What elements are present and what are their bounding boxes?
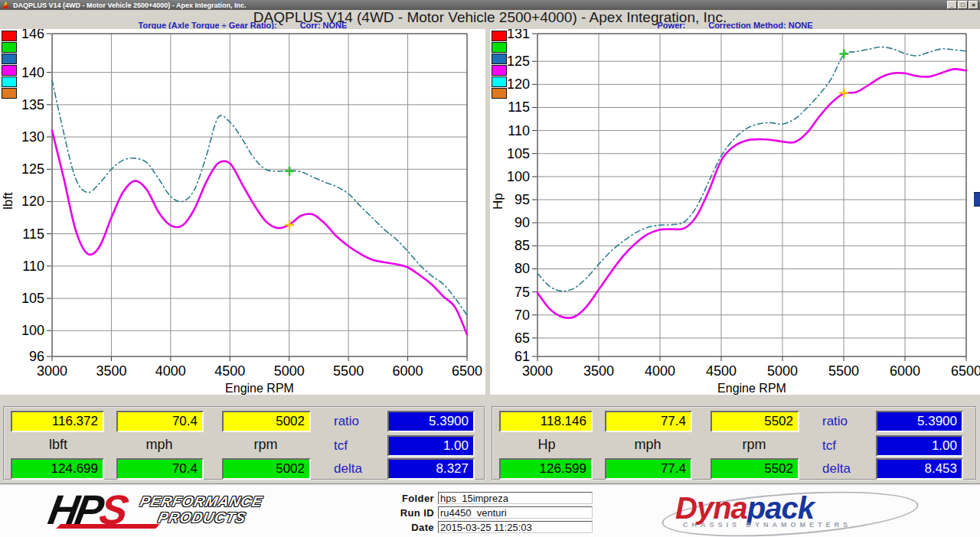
- unit-label-power: Hp: [499, 435, 594, 454]
- legend-swatch-4[interactable]: [2, 76, 17, 87]
- ratio-label: ratio: [334, 411, 384, 431]
- run-id-row: Run ID: [387, 506, 593, 519]
- run-info-form: Folder Run ID Date: [387, 492, 593, 533]
- power-y-axis-label: Hp: [491, 155, 506, 247]
- svg-text:Engine RPM: Engine RPM: [717, 382, 786, 395]
- svg-text:125: 125: [507, 54, 530, 69]
- torque-readout-panel: 116.372 70.4 5002 lbft mph rpm 124.699 7…: [3, 406, 485, 480]
- cursor-rpm-value: 5502: [710, 411, 799, 432]
- run-id-label: Run ID: [387, 507, 434, 519]
- svg-text:3000: 3000: [37, 363, 67, 379]
- legend-swatch-2[interactable]: [2, 54, 17, 64]
- svg-text:146: 146: [21, 29, 44, 41]
- reference-rpm-value: 5002: [222, 458, 311, 480]
- svg-text:115: 115: [508, 99, 530, 115]
- dynapack-logo-caption: CHASSIS DYNAMOMETERS: [675, 521, 913, 529]
- svg-text:105: 105: [507, 146, 530, 161]
- svg-text:4000: 4000: [645, 363, 675, 379]
- svg-text:5500: 5500: [333, 363, 364, 379]
- ratio-label: ratio: [822, 411, 873, 431]
- footer-bar: HPS PERFORMANCE PRODUCTS Folder Run ID D…: [0, 484, 980, 537]
- legend-swatch-4[interactable]: [492, 76, 507, 87]
- svg-text:70: 70: [514, 308, 530, 323]
- svg-text:120: 120: [507, 76, 530, 92]
- svg-text:105: 105: [21, 291, 44, 306]
- svg-text:75: 75: [514, 285, 530, 300]
- close-button[interactable]: ×: [969, 1, 978, 9]
- svg-text:5500: 5500: [828, 363, 859, 379]
- ratio-field[interactable]: 5.3900: [876, 411, 963, 432]
- tcf-field[interactable]: 1.00: [876, 435, 963, 457]
- svg-text:4000: 4000: [155, 363, 186, 379]
- svg-text:6500: 6500: [951, 363, 980, 379]
- tcf-field[interactable]: 1.00: [387, 435, 475, 457]
- svg-text:140: 140: [21, 65, 44, 80]
- legend-swatch-3[interactable]: [2, 65, 17, 76]
- unit-label-speed: mph: [116, 435, 202, 454]
- folder-row: Folder: [387, 492, 593, 504]
- folder-input[interactable]: [438, 492, 593, 504]
- hps-logo-text: HPS: [45, 490, 128, 529]
- svg-text:3500: 3500: [583, 363, 614, 379]
- svg-text:96: 96: [29, 349, 44, 364]
- dynapack-logo-pack: pack: [747, 491, 814, 525]
- reference-speed-value: 77.4: [605, 458, 692, 480]
- svg-text:95: 95: [514, 192, 530, 207]
- svg-text:61: 61: [514, 349, 530, 364]
- legend-swatch-1[interactable]: [492, 42, 507, 53]
- reference-torque-value: 124.699: [11, 458, 104, 480]
- svg-text:90: 90: [514, 215, 530, 230]
- legend-swatch-0[interactable]: [492, 31, 507, 41]
- delta-field[interactable]: 8.327: [387, 458, 475, 480]
- cursor-torque-value: 116.372: [11, 411, 104, 432]
- dynapack-logo: Dynapack CHASSIS DYNAMOMETERS: [675, 493, 913, 529]
- restore-button[interactable]: □: [958, 1, 968, 9]
- svg-text:80: 80: [514, 261, 530, 276]
- minimize-button[interactable]: _: [947, 1, 957, 9]
- reference-rpm-value: 5502: [710, 458, 799, 480]
- dynapack-logo-text: Dynapack: [675, 493, 913, 523]
- svg-text:3000: 3000: [522, 363, 553, 379]
- torque-chart-legend: [2, 31, 17, 99]
- window-title: DAQPLUS V14 (4WD - Motor Vehicle 2500+40…: [13, 2, 247, 9]
- unit-label-speed: mph: [605, 435, 691, 454]
- svg-text:110: 110: [22, 259, 44, 274]
- svg-text:4500: 4500: [214, 363, 245, 379]
- reference-power-value: 126.599: [499, 458, 593, 480]
- run-id-input[interactable]: [438, 506, 593, 519]
- svg-text:65: 65: [514, 330, 530, 346]
- clipped-window-artifact: [974, 192, 980, 207]
- svg-text:6500: 6500: [452, 363, 482, 379]
- svg-text:115: 115: [22, 226, 44, 242]
- legend-swatch-0[interactable]: [2, 31, 17, 41]
- plot-area: [537, 34, 966, 356]
- svg-text:5000: 5000: [274, 363, 305, 379]
- power-chart-canvas[interactable]: 3000350040004500500055006000650061657075…: [490, 29, 980, 398]
- svg-text:125: 125: [21, 161, 44, 177]
- svg-text:Engine RPM: Engine RPM: [225, 382, 294, 395]
- svg-text:6000: 6000: [393, 363, 423, 379]
- ratio-field[interactable]: 5.3900: [387, 411, 475, 432]
- legend-swatch-1[interactable]: [2, 42, 17, 53]
- legend-swatch-3[interactable]: [492, 65, 507, 76]
- hps-logo-word-products: PRODUCTS: [157, 509, 261, 526]
- delta-label: delta: [822, 458, 873, 479]
- tcf-label: tcf: [822, 435, 873, 456]
- legend-swatch-2[interactable]: [492, 54, 507, 64]
- torque-chart-canvas[interactable]: 3000350040004500500055006000650096100105…: [0, 29, 485, 398]
- unit-label-rpm: rpm: [710, 435, 798, 454]
- svg-text:131: 131: [507, 29, 530, 41]
- svg-text:100: 100: [21, 323, 44, 338]
- date-row: Date: [387, 521, 593, 533]
- power-chart-panel: 3000350040004500500055006000650061657075…: [490, 29, 980, 395]
- cursor-rpm-value: 5002: [222, 411, 311, 432]
- legend-swatch-5[interactable]: [492, 88, 507, 99]
- delta-field[interactable]: 8.453: [876, 458, 963, 480]
- date-input[interactable]: [438, 521, 593, 533]
- unit-label-rpm: rpm: [222, 435, 309, 454]
- app-icon: [2, 2, 9, 8]
- svg-text:85: 85: [514, 238, 530, 253]
- svg-text:120: 120: [21, 194, 44, 209]
- legend-swatch-5[interactable]: [2, 88, 17, 99]
- delta-label: delta: [334, 458, 384, 479]
